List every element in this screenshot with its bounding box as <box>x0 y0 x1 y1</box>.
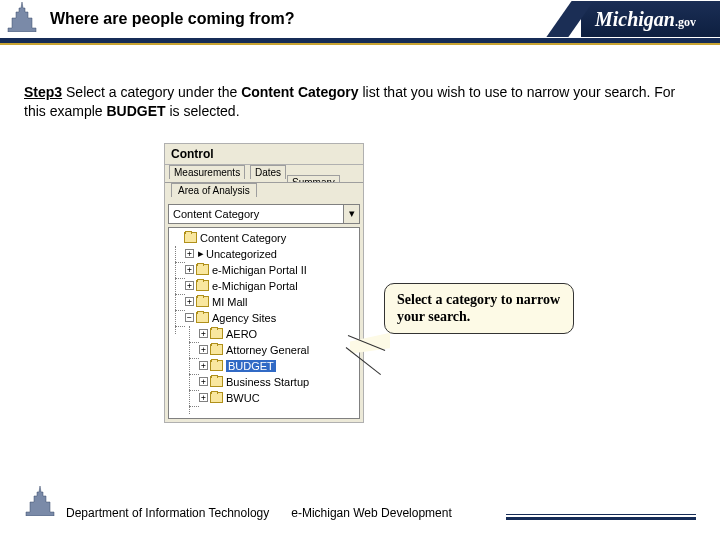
callout-connector <box>354 329 390 349</box>
michigan-logo: Michigan.gov <box>595 8 696 31</box>
category-dropdown[interactable]: Content Category ▾ <box>168 204 360 224</box>
folder-icon <box>210 376 223 387</box>
step-instruction: Step3 Select a category under the Conten… <box>24 83 696 121</box>
folder-icon <box>210 392 223 403</box>
category-tree[interactable]: Content Category +▸Uncategorized +e-Mich… <box>168 227 360 419</box>
folder-icon <box>210 344 223 355</box>
page-title: Where are people coming from? <box>50 10 294 28</box>
expand-icon[interactable]: + <box>199 377 208 386</box>
footer-rule <box>506 514 696 520</box>
chevron-down-icon[interactable]: ▾ <box>343 205 359 223</box>
expand-icon[interactable]: + <box>185 249 194 258</box>
folder-icon <box>196 280 209 291</box>
tree-item[interactable]: +e-Michigan Portal II <box>171 262 357 278</box>
expand-icon[interactable]: + <box>199 345 208 354</box>
control-panel: Control Measurements Dates SummaryFilter… <box>164 143 364 423</box>
tree-item-agency[interactable]: −Agency Sites <box>171 310 357 326</box>
folder-icon <box>196 296 209 307</box>
capitol-icon <box>24 486 56 520</box>
slide-header: Where are people coming from? Michigan.g… <box>0 0 720 38</box>
expand-icon[interactable]: + <box>199 393 208 402</box>
folder-icon <box>196 312 209 323</box>
tree-child[interactable]: +Business Startup <box>171 374 357 390</box>
tab-dates[interactable]: Dates <box>250 165 286 179</box>
tree-root[interactable]: Content Category <box>171 230 357 246</box>
collapse-icon[interactable]: − <box>185 313 194 322</box>
tab-measurements[interactable]: Measurements <box>169 165 245 179</box>
expand-icon[interactable]: + <box>199 361 208 370</box>
expand-icon[interactable]: + <box>185 281 194 290</box>
tree-child[interactable]: +BWUC <box>171 390 357 406</box>
panel-title: Control <box>165 144 363 165</box>
tab-area-of-analysis[interactable]: Area of Analysis <box>171 183 257 197</box>
dropdown-value: Content Category <box>169 205 343 223</box>
expand-icon[interactable]: + <box>199 329 208 338</box>
folder-icon <box>184 232 197 243</box>
tree-child[interactable]: +Attorney General <box>171 342 357 358</box>
tree-item[interactable]: +MI Mall <box>171 294 357 310</box>
tab-bar: Measurements Dates SummaryFilters Area o… <box>165 165 363 201</box>
tree-item[interactable]: +▸Uncategorized <box>171 246 357 262</box>
folder-icon <box>196 264 209 275</box>
tree-item[interactable]: +e-Michigan Portal <box>171 278 357 294</box>
expand-icon[interactable]: + <box>185 265 194 274</box>
tree-child[interactable]: +AERO <box>171 326 357 342</box>
folder-icon <box>210 328 223 339</box>
callout-box: Select a category to narrow your search. <box>384 283 574 335</box>
folder-icon <box>210 360 223 371</box>
michigan-badge: Michigan.gov <box>581 1 720 37</box>
embedded-screenshot: Control Measurements Dates SummaryFilter… <box>164 143 384 423</box>
tree-child-selected[interactable]: +BUDGET <box>171 358 357 374</box>
footer-text: Department of Information Technologye-Mi… <box>66 506 452 520</box>
capitol-icon <box>6 2 38 36</box>
expand-icon[interactable]: + <box>185 297 194 306</box>
slide-footer: Department of Information Technologye-Mi… <box>0 486 720 520</box>
